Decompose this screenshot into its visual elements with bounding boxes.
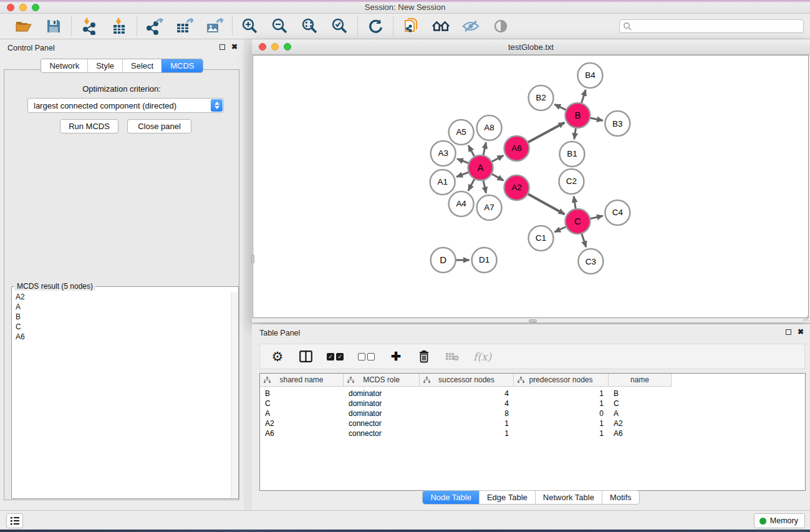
column-header-name[interactable]: name xyxy=(609,374,672,387)
run-mcds-button[interactable]: Run MCDS xyxy=(60,119,118,133)
search-input[interactable] xyxy=(619,19,804,33)
node-B4[interactable]: B4 xyxy=(577,63,602,88)
node-A2[interactable]: A2 xyxy=(504,175,529,200)
node-D1[interactable]: D1 xyxy=(472,248,497,273)
table-toolbar: ⚙ ✓✓ ✚ f(x) xyxy=(259,344,805,369)
result-scrollbar[interactable] xyxy=(231,292,238,498)
close-table-panel-icon[interactable]: ✖ xyxy=(798,329,804,335)
tab-mcds[interactable]: MCDS xyxy=(162,59,202,72)
network-graph[interactable]: B4B2BB3A8A5A6A3B1AC2A1A2A4A7C4CC1C3DD1 xyxy=(253,56,808,317)
table-settings-icon[interactable]: ⚙ xyxy=(271,349,284,364)
node-A5[interactable]: A5 xyxy=(449,120,474,145)
table-row[interactable]: Adominator80A xyxy=(260,409,805,418)
zoom-fit-icon[interactable] xyxy=(301,17,319,36)
table-row[interactable]: Bdominator41B xyxy=(260,389,805,399)
open-session-icon[interactable] xyxy=(14,17,33,36)
export-network-icon[interactable] xyxy=(145,17,164,36)
cell-shared-name: B xyxy=(260,389,344,399)
export-table-icon[interactable] xyxy=(175,17,194,36)
close-panel-button[interactable]: Close panel xyxy=(127,119,191,133)
cell-predecessor-nodes: 1 xyxy=(514,418,609,428)
import-network-icon[interactable] xyxy=(80,17,99,36)
network-canvas[interactable]: B4B2BB3A8A5A6A3B1AC2A1A2A4A7C4CC1C3DD1 xyxy=(253,55,809,318)
zoom-in-icon[interactable] xyxy=(241,17,259,36)
node-A8[interactable]: A8 xyxy=(477,115,502,140)
node-A3[interactable]: A3 xyxy=(431,141,456,166)
cell-predecessor-nodes: 1 xyxy=(514,428,609,438)
column-header-predecessor-nodes[interactable]: predecessor nodes xyxy=(514,374,609,387)
node-A7[interactable]: A7 xyxy=(477,195,502,220)
add-row-icon[interactable]: ✚ xyxy=(389,349,403,364)
main-toolbar xyxy=(0,14,810,39)
delete-column-icon[interactable] xyxy=(445,349,459,364)
node-B1[interactable]: B1 xyxy=(559,142,584,167)
result-item[interactable]: A6 xyxy=(16,332,227,342)
result-item[interactable]: A xyxy=(16,302,227,312)
tab-select[interactable]: Select xyxy=(122,59,162,72)
svg-text:D: D xyxy=(440,254,446,265)
node-D[interactable]: D xyxy=(431,248,456,273)
node-A1[interactable]: A1 xyxy=(430,170,455,195)
node-A[interactable]: A xyxy=(468,155,493,180)
cell-shared-name: A2 xyxy=(260,418,344,428)
tab-network-table[interactable]: Network Table xyxy=(535,491,602,504)
memory-button[interactable]: Memory xyxy=(754,513,805,528)
node-A6[interactable]: A6 xyxy=(504,136,529,161)
mcds-panel: Optimization criterion: largest connecte… xyxy=(4,69,239,500)
zoom-selected-icon[interactable] xyxy=(330,17,349,36)
column-header-successor-nodes[interactable]: successor nodes xyxy=(420,374,514,387)
refresh-icon[interactable] xyxy=(366,17,385,36)
table-row[interactable]: Cdominator41C xyxy=(260,399,805,409)
function-builder-icon[interactable]: f(x) xyxy=(473,349,491,364)
select-all-rows-icon[interactable]: ✓✓ xyxy=(327,349,344,364)
task-history-button[interactable] xyxy=(6,513,23,528)
tab-node-table[interactable]: Node Table xyxy=(423,491,479,504)
network-window-title: testGlobe.txt xyxy=(252,42,810,52)
node-C4[interactable]: C4 xyxy=(605,200,630,225)
home-icon[interactable] xyxy=(432,17,450,36)
table-row[interactable]: A6connector11A6 xyxy=(260,428,805,438)
result-item[interactable]: A2 xyxy=(16,292,227,302)
cell-MCDS-role: connector xyxy=(344,428,420,438)
criterion-dropdown[interactable]: largest connected component (directed) xyxy=(27,98,224,113)
result-item[interactable]: C xyxy=(16,322,227,332)
zoom-out-icon[interactable] xyxy=(271,17,289,36)
network-window-titlebar[interactable]: testGlobe.txt xyxy=(252,39,810,55)
result-item[interactable]: B xyxy=(16,312,227,322)
close-panel-icon[interactable]: ✖ xyxy=(231,44,238,50)
hide-detail-eye-icon[interactable] xyxy=(461,17,480,36)
clone-network-icon[interactable] xyxy=(402,17,420,36)
cell-successor-nodes: 1 xyxy=(420,418,514,428)
resize-grip[interactable] xyxy=(802,314,809,322)
table-row[interactable]: A2connector11A2 xyxy=(260,418,805,428)
columns-icon[interactable] xyxy=(299,349,312,364)
show-detail-eye-icon[interactable] xyxy=(491,17,510,36)
float-table-panel-icon[interactable] xyxy=(786,329,791,335)
node-B2[interactable]: B2 xyxy=(529,85,554,110)
export-image-icon[interactable] xyxy=(205,17,224,36)
column-header-shared-name[interactable]: shared name xyxy=(260,374,344,387)
tab-style[interactable]: Style xyxy=(87,59,122,72)
node-C1[interactable]: C1 xyxy=(529,226,554,251)
node-B[interactable]: B xyxy=(565,103,590,128)
node-C[interactable]: C xyxy=(565,209,590,234)
svg-text:C3: C3 xyxy=(586,256,596,266)
session-title: Session: New Session xyxy=(0,2,810,12)
node-C2[interactable]: C2 xyxy=(559,169,584,194)
import-table-icon[interactable] xyxy=(110,17,128,36)
node-B3[interactable]: B3 xyxy=(605,111,630,136)
tab-motifs[interactable]: Motifs xyxy=(602,491,639,504)
control-panel: Control Panel ✖ NetworkStyleSelectMCDS O… xyxy=(0,39,244,510)
deselect-all-rows-icon[interactable] xyxy=(358,349,375,364)
delete-row-icon[interactable] xyxy=(417,349,431,364)
cell-MCDS-role: connector xyxy=(344,418,420,428)
tab-edge-table[interactable]: Edge Table xyxy=(479,491,535,504)
tab-network[interactable]: Network xyxy=(41,59,87,72)
float-panel-icon[interactable] xyxy=(219,44,225,50)
column-header-MCDS-role[interactable]: MCDS role xyxy=(344,374,420,387)
canvas-vscroll-thumb[interactable] xyxy=(251,254,254,263)
node-A4[interactable]: A4 xyxy=(449,191,474,216)
save-session-icon[interactable] xyxy=(44,17,63,36)
canvas-hscroll-thumb[interactable] xyxy=(529,319,537,322)
node-C3[interactable]: C3 xyxy=(578,249,603,274)
